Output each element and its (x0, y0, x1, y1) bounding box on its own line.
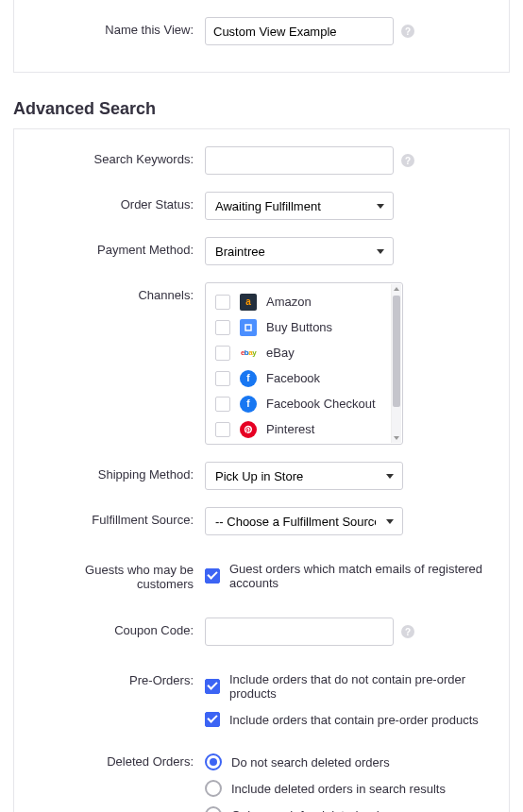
channel-item: f Facebook Checkout (215, 391, 383, 416)
fulfillment-source-select[interactable]: -- Choose a Fulfillment Source -- (205, 507, 403, 535)
amazon-icon: a (240, 294, 257, 311)
channels-scrollbar[interactable] (391, 284, 401, 443)
channel-item: Buy Buttons (215, 314, 383, 340)
shipping-method-select[interactable]: Pick Up in Store (205, 462, 403, 490)
facebook-icon: f (240, 396, 257, 413)
channel-checkbox-facebook[interactable] (215, 371, 230, 386)
channel-label: Amazon (266, 295, 312, 309)
channel-label: eBay (266, 346, 295, 360)
channel-checkbox-facebook-checkout[interactable] (215, 397, 230, 412)
coupon-code-input[interactable] (205, 617, 394, 646)
buybuttons-icon (240, 319, 257, 336)
channel-label: Buy Buttons (266, 320, 332, 334)
preorders-option-label: Include orders that do not contain pre-o… (229, 672, 494, 701)
guests-checkbox-label: Guest orders which match emails of regis… (229, 562, 494, 590)
scroll-down-icon[interactable] (392, 433, 401, 443)
guests-label: Guests who may be customers (29, 562, 205, 591)
preorders-checkbox-include[interactable] (205, 712, 220, 727)
channel-label: Facebook (266, 371, 320, 385)
channels-label: Channels: (29, 282, 205, 302)
channel-item: Pinterest (215, 416, 383, 442)
channel-item: ebay eBay (215, 340, 383, 365)
name-view-input[interactable] (205, 17, 394, 45)
deleted-orders-radio-none[interactable] (205, 753, 222, 770)
preorders-checkbox-exclude[interactable] (205, 679, 220, 694)
channels-listbox[interactable]: a Amazon Buy Buttons ebay (205, 282, 403, 445)
deleted-orders-radio-include[interactable] (205, 780, 222, 797)
help-icon[interactable]: ? (401, 625, 414, 638)
payment-method-select[interactable]: Braintree (205, 237, 394, 265)
help-icon[interactable]: ? (401, 154, 414, 167)
pinterest-icon (240, 421, 257, 438)
guests-checkbox[interactable] (205, 568, 220, 584)
channel-item: a Amazon (215, 289, 383, 314)
coupon-code-label: Coupon Code: (29, 617, 205, 637)
preorders-option-label: Include orders that contain pre-order pr… (229, 713, 479, 727)
advanced-search-heading: Advanced Search (13, 99, 523, 119)
facebook-icon: f (240, 370, 257, 387)
search-keywords-label: Search Keywords: (29, 146, 205, 166)
channel-checkbox-buybuttons[interactable] (215, 320, 230, 335)
help-icon[interactable]: ? (401, 25, 414, 38)
channel-checkbox-amazon[interactable] (215, 295, 230, 310)
deleted-orders-option-label: Include deleted orders in search results (231, 782, 446, 796)
order-status-select[interactable]: Awaiting Fulfillment (205, 192, 394, 220)
ebay-icon: ebay (240, 345, 257, 362)
order-status-label: Order Status: (29, 192, 205, 211)
deleted-orders-option-label: Only search for deleted orders (231, 808, 396, 813)
deleted-orders-option-label: Do not search deleted orders (231, 755, 390, 770)
name-view-label: Name this View: (29, 17, 205, 37)
channel-checkbox-ebay[interactable] (215, 346, 230, 361)
fulfillment-source-label: Fulfillment Source: (29, 507, 205, 527)
channel-label: Facebook Checkout (266, 397, 376, 411)
scrollbar-thumb[interactable] (393, 296, 400, 407)
payment-method-label: Payment Method: (29, 237, 205, 257)
deleted-orders-label: Deleted Orders: (29, 753, 205, 769)
search-keywords-input[interactable] (205, 146, 394, 175)
channel-checkbox-pinterest[interactable] (215, 422, 230, 437)
channel-label: Pinterest (266, 422, 314, 436)
pre-orders-label: Pre-Orders: (29, 672, 205, 687)
deleted-orders-radio-only[interactable] (205, 806, 222, 812)
scroll-up-icon[interactable] (392, 284, 401, 294)
shipping-method-label: Shipping Method: (29, 462, 205, 482)
channel-item: f Facebook (215, 365, 383, 391)
